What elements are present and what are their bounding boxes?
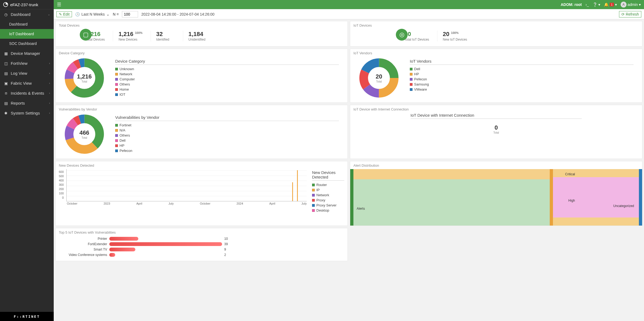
card-title: Total Devices	[59, 23, 344, 27]
sidebar-item-system-settings[interactable]: ✱ System Settings ›	[0, 108, 54, 118]
sidebar-sub-soc-dashboard[interactable]: SOC Dashboard	[0, 39, 54, 48]
sidebar-item-label: Reports	[11, 101, 25, 105]
card-title: IoT Vendors	[353, 51, 639, 55]
y-tick: 600	[59, 170, 64, 173]
sidebar-item-incidents-events[interactable]: ⧈ Incidents & Events ›	[0, 88, 54, 98]
chevron-right-icon: ›	[49, 72, 50, 75]
frame-icon: ▣	[4, 81, 8, 85]
chevron-right-icon: ›	[49, 82, 50, 85]
sidebar-item-label: Dashboard	[9, 22, 28, 26]
sidebar-item-label: System Settings	[11, 111, 40, 115]
sidebar-item-label: Incidents & Events	[11, 91, 44, 95]
sidebar-item-device-manager[interactable]: ▦ Device Manager	[0, 48, 54, 58]
legend-item[interactable]: Samsung	[410, 82, 634, 87]
sidebar-item-label: IoT Dashboard	[9, 32, 34, 36]
edit-button[interactable]: ✎ Edit	[56, 11, 72, 17]
legend-swatch-icon	[115, 83, 118, 86]
sidebar-item-reports[interactable]: ▤ Reports ›	[0, 98, 54, 108]
legend-item[interactable]: Proxy Server	[312, 203, 344, 208]
legend-item[interactable]: Router	[312, 182, 344, 187]
legend-item[interactable]: Home	[115, 87, 339, 92]
y-tick: 300	[59, 183, 64, 186]
doc-icon: ▤	[4, 101, 8, 105]
vuln-vendor-donut[interactable]: 466 Total	[64, 114, 104, 154]
sidebar-item-dashboard[interactable]: ◷ Dashboard ⌄	[0, 9, 54, 19]
chevron-right-icon: ›	[49, 92, 50, 95]
new-devices-plot[interactable]	[66, 169, 307, 201]
terminal-icon: ›_	[585, 2, 589, 7]
legend-swatch-icon	[312, 189, 315, 191]
top5-bar	[109, 253, 222, 257]
pencil-icon: ✎	[59, 12, 62, 16]
notifications-button[interactable]: 🔔 1 ▾	[604, 2, 617, 7]
legend-item[interactable]: Others	[115, 133, 339, 138]
legend-label: Unknown	[120, 67, 134, 71]
legend-item[interactable]: HP	[115, 143, 339, 148]
legend-label: Others	[120, 133, 130, 137]
legend-item[interactable]: HP	[410, 72, 634, 77]
clock-icon: 🕒	[75, 12, 80, 16]
sidebar-item-fortiview[interactable]: ◫ FortiView ›	[0, 58, 54, 68]
legend-item[interactable]: Fortinet	[115, 123, 339, 128]
product-header: eFAZ-237-trunk	[0, 0, 54, 9]
card-title: IoT Device with Internet Connection	[353, 107, 639, 111]
legend-item[interactable]: Others	[115, 82, 339, 87]
legend-label: HP	[414, 72, 419, 76]
bell-icon: 🔔	[604, 2, 609, 7]
device-category-donut[interactable]: 1,216 Total	[64, 58, 104, 98]
top5-value: 39	[224, 242, 228, 246]
legend-item[interactable]: Pefecon	[410, 77, 634, 82]
legend-swatch-icon	[312, 204, 315, 207]
legend-label: N/A	[120, 128, 125, 132]
sidebar-sub-dashboard[interactable]: Dashboard	[0, 19, 54, 29]
hamburger-icon[interactable]: ☰	[57, 2, 61, 8]
alert-sankey[interactable]: Alerts Critical High Uncategorized	[350, 169, 642, 226]
legend-label: Pefecon	[120, 149, 132, 153]
legend-item[interactable]: Network	[312, 192, 344, 198]
legend-item[interactable]: Desktop	[312, 208, 344, 213]
legend-item[interactable]: Dell	[410, 66, 634, 72]
legend-item[interactable]: Unknown	[115, 66, 339, 72]
legend-item[interactable]: Proxy	[312, 198, 344, 203]
time-range-selector[interactable]: 🕒 Last N Weeks ⌄	[75, 12, 110, 16]
bars-icon: ▤	[4, 71, 8, 76]
top5-row[interactable]: FortiExtender 39	[59, 241, 344, 247]
legend-label: Proxy	[316, 198, 325, 202]
top5-label: Video Conference systems	[59, 253, 107, 257]
legend-item[interactable]: Pefecon	[115, 148, 339, 153]
legend-item[interactable]: VMware	[410, 87, 634, 92]
sidebar-item-fabric-view[interactable]: ▣ Fabric View ›	[0, 78, 54, 88]
top5-value: 10	[224, 237, 228, 241]
legend-item[interactable]: Dell	[115, 138, 339, 143]
stat-block: 32 Identified	[151, 31, 175, 41]
top5-label: FortiExtender	[59, 242, 107, 246]
time-preset-label: Last N Weeks	[81, 12, 105, 16]
iot-vendors-donut[interactable]: 20 Total	[359, 58, 399, 98]
top5-row[interactable]: Smart TV 9	[59, 247, 344, 252]
caret-down-icon: ▾	[615, 2, 617, 7]
adom-selector[interactable]: ADOM: root	[561, 2, 582, 7]
legend-label: Network	[316, 193, 329, 197]
help-button[interactable]: ❔ ▾	[593, 2, 600, 7]
stat-label: New Devices	[118, 38, 142, 41]
refresh-button[interactable]: ⟳ Refresh	[619, 11, 641, 17]
card-iot-vendors: IoT Vendors 20 Total IoT Vendors DellHPP…	[350, 49, 642, 103]
legend-swatch-icon	[312, 184, 315, 186]
cli-button[interactable]: ›_	[585, 2, 589, 7]
top5-row[interactable]: Printer 10	[59, 236, 344, 241]
card-title: Device Category	[59, 51, 344, 55]
card-title: New Devices Detected	[59, 163, 344, 167]
x-tick: July	[301, 202, 307, 205]
legend-swatch-icon	[410, 68, 413, 70]
n-value-input[interactable]	[122, 11, 138, 17]
legend-item[interactable]: IOT	[115, 92, 339, 97]
legend-item[interactable]: Computer	[115, 77, 339, 82]
legend-item[interactable]: Network	[115, 72, 339, 77]
legend-item[interactable]: IP	[312, 187, 344, 192]
user-menu[interactable]: A admin ▾	[621, 2, 641, 8]
legend-label: Computer	[120, 77, 135, 81]
legend-item[interactable]: N/A	[115, 128, 339, 133]
top5-row[interactable]: Video Conference systems 2	[59, 252, 344, 258]
sidebar-item-log-view[interactable]: ▤ Log View ›	[0, 68, 54, 78]
sidebar-sub-iot-dashboard[interactable]: IoT Dashboard	[0, 29, 54, 39]
